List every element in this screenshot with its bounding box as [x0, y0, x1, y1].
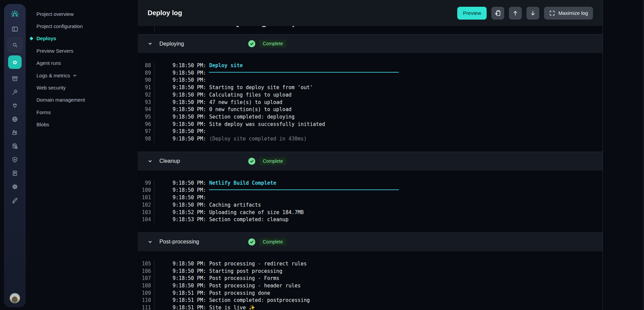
line-number: 102: [138, 202, 151, 209]
log-line: 103 9:18:52 PM: Uploading cache of size …: [138, 209, 602, 216]
pencil-edit-icon[interactable]: [11, 197, 18, 204]
project-badge[interactable]: o: [8, 55, 22, 69]
search-button[interactable]: [7, 37, 22, 52]
check-circle-icon: [248, 40, 255, 47]
line-number: 95: [138, 113, 151, 121]
log-message: Netlify Build Complete: [209, 180, 276, 186]
section-title: Post-processing: [159, 239, 199, 245]
status-badge: Complete: [259, 157, 286, 165]
log-timestamp: 9:18:53 PM:: [173, 216, 209, 223]
globe-icon[interactable]: [11, 116, 18, 123]
sidebar-item-logs-metrics[interactable]: Logs & metrics: [26, 69, 138, 81]
log-timestamp: 9:18:50 PM:: [173, 275, 209, 281]
log-line: 93 9:18:50 PM: 47 new file(s) to upload: [138, 99, 602, 106]
gutter-divider: [154, 26, 155, 32]
log-line: 104 9:18:53 PM: Section completed: clean…: [138, 216, 602, 224]
line-number: 105: [138, 260, 151, 268]
ledger-book-icon[interactable]: [11, 170, 18, 177]
log-timestamp: 9:18:50 PM:: [173, 187, 209, 193]
netlify-logo-icon[interactable]: [10, 10, 19, 19]
log-timestamp: 9:18:50 PM:: [173, 180, 209, 186]
line-number: 88: [138, 62, 151, 70]
log-message: Site is live ✨: [209, 305, 255, 310]
plug-icon[interactable]: [11, 102, 18, 109]
chevron-down-icon: [148, 239, 153, 244]
log-line: 107 9:18:50 PM: Post processing - Forms: [138, 275, 602, 282]
line-number: 90: [138, 77, 151, 84]
chevron-down-icon: [73, 73, 77, 78]
scrollbar-track[interactable]: [643, 0, 644, 310]
line-number: 98: [138, 135, 151, 143]
scroll-to-bottom-button[interactable]: [526, 7, 539, 20]
log-timestamp: 9:18:50 PM:: [173, 268, 209, 274]
line-number: 101: [138, 194, 151, 202]
chevron-down-icon: [148, 41, 153, 46]
log-timestamp: 9:18:51 PM:: [173, 305, 209, 310]
copy-log-button[interactable]: [491, 7, 504, 20]
log-timestamp: 9:18:50 PM:: [173, 62, 209, 69]
section-header-cleanup[interactable]: Cleanup Complete: [138, 152, 602, 171]
preview-button[interactable]: Preview: [457, 7, 487, 20]
log-section: Cleanup Complete 99 9:18:50 PM: Netlify …: [138, 152, 602, 232]
expand-icon: [549, 10, 555, 16]
log-line: 111 9:18:51 PM: Site is live ✨: [138, 304, 602, 310]
log-timestamp: 9:18:50 PM:: [173, 84, 209, 91]
log-line: 105 9:18:50 PM: Post processing - redire…: [138, 260, 602, 268]
scroll-to-top-button[interactable]: [509, 7, 522, 20]
section-log-lines: 105 9:18:50 PM: Post processing - redire…: [138, 251, 602, 310]
line-number: 103: [138, 209, 151, 216]
log-section: Post-processing Complete 105 9:18:50 PM:…: [138, 232, 602, 310]
archive-icon[interactable]: [11, 75, 18, 82]
line-number: 110: [138, 297, 151, 304]
page-title: Deploy log: [148, 9, 182, 17]
log-message: Section completed: deploying: [209, 114, 294, 120]
log-timestamp: 9:18:51 PM:: [173, 297, 209, 303]
sidebar-item-label: Domain management: [36, 97, 85, 103]
deploy-log-header: Deploy log Preview: [138, 0, 602, 26]
sidebar-item-label: Preview Servers: [36, 48, 73, 54]
sidebar-item-label: Agent runs: [36, 60, 61, 66]
log-message: Post processing - Forms: [209, 275, 279, 281]
log-line: 102 9:18:50 PM: Caching artifacts: [138, 202, 602, 209]
hammer-icon[interactable]: [11, 89, 18, 96]
sidebar-item-agent-runs[interactable]: Agent runs: [26, 57, 138, 69]
section-header-deploying[interactable]: Deploying Complete: [138, 34, 602, 53]
log-timestamp: 9:18:51 PM:: [173, 290, 209, 296]
form-submissions-icon[interactable]: [11, 143, 18, 150]
sidebar-item-project-configuration[interactable]: Project configuration: [26, 20, 138, 32]
sidebar-item-project-overview[interactable]: Project overview: [26, 8, 138, 20]
sidebar-nav: Project overview Project configuration D…: [26, 0, 138, 131]
log-message: Post processing done: [209, 290, 270, 296]
sidebar-item-forms[interactable]: Forms: [26, 106, 138, 118]
check-circle-icon: [248, 158, 255, 165]
log-line: 88 9:18:50 PM: Deploy site: [138, 62, 602, 70]
sidebar-item-blobs[interactable]: Blobs: [26, 119, 138, 131]
arrow-down-icon: [530, 10, 536, 16]
section-title: Deploying: [159, 41, 184, 47]
settings-gear-icon[interactable]: [11, 183, 18, 190]
line-number: 100: [138, 187, 151, 194]
line-number: 96: [138, 121, 151, 128]
check-circle-icon: [248, 238, 255, 246]
sidebar-item-domain-management[interactable]: Domain management: [26, 94, 138, 106]
sidebar-item-preview-servers[interactable]: Preview Servers: [26, 45, 138, 57]
maximize-log-button[interactable]: Maximize log: [544, 7, 593, 20]
panel-toggle-icon[interactable]: [11, 26, 18, 32]
log-line: 92 9:18:50 PM: Calculating files to uplo…: [138, 92, 602, 99]
sidebar-item-label: Project overview: [36, 11, 74, 17]
log-message: Post processing - redirect rules: [209, 261, 307, 267]
sidebar-item-web-security[interactable]: Web security: [26, 81, 138, 94]
user-avatar[interactable]: [9, 293, 20, 304]
log-timestamp: 9:18:50 PM:: [173, 114, 209, 120]
log-sections: Deploying Complete 88 9:18:50 PM: Deploy…: [138, 34, 602, 310]
log-line: 95 9:18:50 PM: Section completed: deploy…: [138, 113, 602, 121]
sidebar-item-deploys[interactable]: Deploys: [26, 32, 138, 45]
security-shield-icon[interactable]: [11, 156, 18, 163]
log-line: 110 9:18:51 PM: Section completed: postp…: [138, 297, 602, 304]
section-header-post-processing[interactable]: Post-processing Complete: [138, 232, 602, 251]
section-log-lines: 88 9:18:50 PM: Deploy site 89 9:18:50 PM…: [138, 53, 602, 152]
status-badge: Complete: [259, 40, 286, 48]
log-timestamp: 9:18:52 PM:: [173, 209, 209, 215]
team-members-icon[interactable]: [11, 129, 18, 136]
log-line: 99 9:18:50 PM: Netlify Build Complete: [138, 180, 602, 187]
